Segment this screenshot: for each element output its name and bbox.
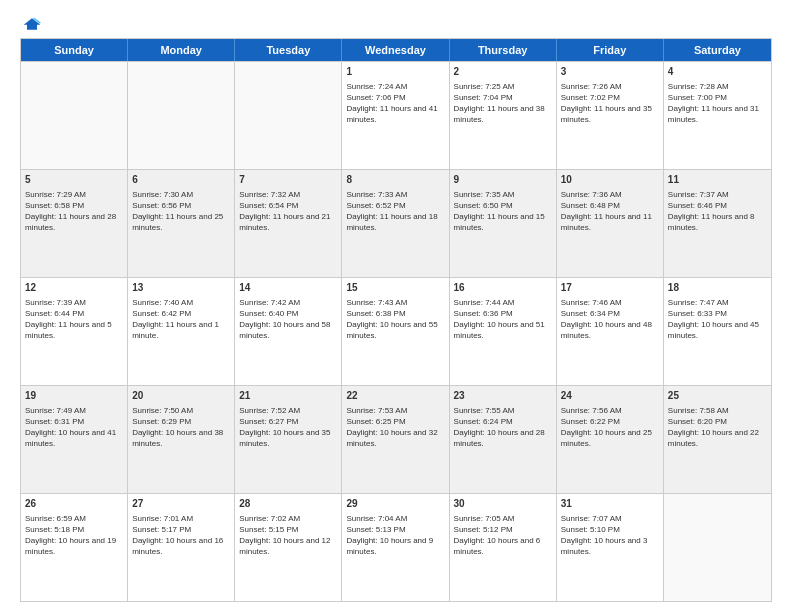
day-cell-7: 7Sunrise: 7:32 AMSunset: 6:54 PMDaylight… bbox=[235, 170, 342, 277]
day-number: 12 bbox=[25, 281, 123, 295]
day-number: 29 bbox=[346, 497, 444, 511]
cell-info: Sunrise: 7:42 AMSunset: 6:40 PMDaylight:… bbox=[239, 297, 337, 342]
empty-cell bbox=[664, 494, 771, 601]
cell-info: Sunrise: 7:50 AMSunset: 6:29 PMDaylight:… bbox=[132, 405, 230, 450]
calendar-week-4: 19Sunrise: 7:49 AMSunset: 6:31 PMDayligh… bbox=[21, 385, 771, 493]
cell-info: Sunrise: 7:32 AMSunset: 6:54 PMDaylight:… bbox=[239, 189, 337, 234]
day-number: 1 bbox=[346, 65, 444, 79]
day-number: 2 bbox=[454, 65, 552, 79]
day-number: 14 bbox=[239, 281, 337, 295]
day-cell-30: 30Sunrise: 7:05 AMSunset: 5:12 PMDayligh… bbox=[450, 494, 557, 601]
empty-cell bbox=[235, 62, 342, 169]
cell-info: Sunrise: 7:30 AMSunset: 6:56 PMDaylight:… bbox=[132, 189, 230, 234]
day-number: 22 bbox=[346, 389, 444, 403]
day-cell-1: 1Sunrise: 7:24 AMSunset: 7:06 PMDaylight… bbox=[342, 62, 449, 169]
day-header-friday: Friday bbox=[557, 39, 664, 61]
calendar-header: SundayMondayTuesdayWednesdayThursdayFrid… bbox=[21, 39, 771, 61]
day-cell-19: 19Sunrise: 7:49 AMSunset: 6:31 PMDayligh… bbox=[21, 386, 128, 493]
day-cell-22: 22Sunrise: 7:53 AMSunset: 6:25 PMDayligh… bbox=[342, 386, 449, 493]
day-cell-5: 5Sunrise: 7:29 AMSunset: 6:58 PMDaylight… bbox=[21, 170, 128, 277]
cell-info: Sunrise: 7:33 AMSunset: 6:52 PMDaylight:… bbox=[346, 189, 444, 234]
day-number: 26 bbox=[25, 497, 123, 511]
calendar-week-3: 12Sunrise: 7:39 AMSunset: 6:44 PMDayligh… bbox=[21, 277, 771, 385]
day-number: 24 bbox=[561, 389, 659, 403]
empty-cell bbox=[128, 62, 235, 169]
cell-info: Sunrise: 7:29 AMSunset: 6:58 PMDaylight:… bbox=[25, 189, 123, 234]
calendar-week-2: 5Sunrise: 7:29 AMSunset: 6:58 PMDaylight… bbox=[21, 169, 771, 277]
day-number: 3 bbox=[561, 65, 659, 79]
day-cell-31: 31Sunrise: 7:07 AMSunset: 5:10 PMDayligh… bbox=[557, 494, 664, 601]
cell-info: Sunrise: 7:44 AMSunset: 6:36 PMDaylight:… bbox=[454, 297, 552, 342]
cell-info: Sunrise: 7:49 AMSunset: 6:31 PMDaylight:… bbox=[25, 405, 123, 450]
day-number: 30 bbox=[454, 497, 552, 511]
day-header-tuesday: Tuesday bbox=[235, 39, 342, 61]
day-number: 8 bbox=[346, 173, 444, 187]
day-number: 28 bbox=[239, 497, 337, 511]
day-cell-16: 16Sunrise: 7:44 AMSunset: 6:36 PMDayligh… bbox=[450, 278, 557, 385]
day-number: 27 bbox=[132, 497, 230, 511]
day-number: 13 bbox=[132, 281, 230, 295]
day-number: 4 bbox=[668, 65, 767, 79]
cell-info: Sunrise: 7:56 AMSunset: 6:22 PMDaylight:… bbox=[561, 405, 659, 450]
cell-info: Sunrise: 7:02 AMSunset: 5:15 PMDaylight:… bbox=[239, 513, 337, 558]
day-header-sunday: Sunday bbox=[21, 39, 128, 61]
day-number: 11 bbox=[668, 173, 767, 187]
cell-info: Sunrise: 7:55 AMSunset: 6:24 PMDaylight:… bbox=[454, 405, 552, 450]
day-cell-20: 20Sunrise: 7:50 AMSunset: 6:29 PMDayligh… bbox=[128, 386, 235, 493]
day-cell-3: 3Sunrise: 7:26 AMSunset: 7:02 PMDaylight… bbox=[557, 62, 664, 169]
day-number: 7 bbox=[239, 173, 337, 187]
cell-info: Sunrise: 7:26 AMSunset: 7:02 PMDaylight:… bbox=[561, 81, 659, 126]
day-header-saturday: Saturday bbox=[664, 39, 771, 61]
cell-info: Sunrise: 7:58 AMSunset: 6:20 PMDaylight:… bbox=[668, 405, 767, 450]
day-number: 15 bbox=[346, 281, 444, 295]
day-cell-23: 23Sunrise: 7:55 AMSunset: 6:24 PMDayligh… bbox=[450, 386, 557, 493]
day-cell-15: 15Sunrise: 7:43 AMSunset: 6:38 PMDayligh… bbox=[342, 278, 449, 385]
day-number: 17 bbox=[561, 281, 659, 295]
logo-icon bbox=[22, 16, 42, 32]
day-number: 21 bbox=[239, 389, 337, 403]
cell-info: Sunrise: 7:52 AMSunset: 6:27 PMDaylight:… bbox=[239, 405, 337, 450]
day-cell-13: 13Sunrise: 7:40 AMSunset: 6:42 PMDayligh… bbox=[128, 278, 235, 385]
day-number: 16 bbox=[454, 281, 552, 295]
day-cell-10: 10Sunrise: 7:36 AMSunset: 6:48 PMDayligh… bbox=[557, 170, 664, 277]
cell-info: Sunrise: 7:07 AMSunset: 5:10 PMDaylight:… bbox=[561, 513, 659, 558]
cell-info: Sunrise: 7:46 AMSunset: 6:34 PMDaylight:… bbox=[561, 297, 659, 342]
day-header-wednesday: Wednesday bbox=[342, 39, 449, 61]
day-number: 31 bbox=[561, 497, 659, 511]
day-cell-4: 4Sunrise: 7:28 AMSunset: 7:00 PMDaylight… bbox=[664, 62, 771, 169]
header bbox=[20, 16, 772, 32]
day-cell-27: 27Sunrise: 7:01 AMSunset: 5:17 PMDayligh… bbox=[128, 494, 235, 601]
cell-info: Sunrise: 7:35 AMSunset: 6:50 PMDaylight:… bbox=[454, 189, 552, 234]
cell-info: Sunrise: 7:40 AMSunset: 6:42 PMDaylight:… bbox=[132, 297, 230, 342]
page: SundayMondayTuesdayWednesdayThursdayFrid… bbox=[0, 0, 792, 612]
day-number: 5 bbox=[25, 173, 123, 187]
cell-info: Sunrise: 7:05 AMSunset: 5:12 PMDaylight:… bbox=[454, 513, 552, 558]
day-header-monday: Monday bbox=[128, 39, 235, 61]
empty-cell bbox=[21, 62, 128, 169]
day-number: 20 bbox=[132, 389, 230, 403]
cell-info: Sunrise: 6:59 AMSunset: 5:18 PMDaylight:… bbox=[25, 513, 123, 558]
day-cell-14: 14Sunrise: 7:42 AMSunset: 6:40 PMDayligh… bbox=[235, 278, 342, 385]
day-number: 10 bbox=[561, 173, 659, 187]
logo bbox=[20, 16, 42, 32]
cell-info: Sunrise: 7:47 AMSunset: 6:33 PMDaylight:… bbox=[668, 297, 767, 342]
day-cell-21: 21Sunrise: 7:52 AMSunset: 6:27 PMDayligh… bbox=[235, 386, 342, 493]
day-cell-11: 11Sunrise: 7:37 AMSunset: 6:46 PMDayligh… bbox=[664, 170, 771, 277]
calendar: SundayMondayTuesdayWednesdayThursdayFrid… bbox=[20, 38, 772, 602]
cell-info: Sunrise: 7:25 AMSunset: 7:04 PMDaylight:… bbox=[454, 81, 552, 126]
day-cell-6: 6Sunrise: 7:30 AMSunset: 6:56 PMDaylight… bbox=[128, 170, 235, 277]
day-number: 23 bbox=[454, 389, 552, 403]
day-cell-8: 8Sunrise: 7:33 AMSunset: 6:52 PMDaylight… bbox=[342, 170, 449, 277]
cell-info: Sunrise: 7:04 AMSunset: 5:13 PMDaylight:… bbox=[346, 513, 444, 558]
day-cell-25: 25Sunrise: 7:58 AMSunset: 6:20 PMDayligh… bbox=[664, 386, 771, 493]
day-cell-17: 17Sunrise: 7:46 AMSunset: 6:34 PMDayligh… bbox=[557, 278, 664, 385]
day-cell-18: 18Sunrise: 7:47 AMSunset: 6:33 PMDayligh… bbox=[664, 278, 771, 385]
day-cell-2: 2Sunrise: 7:25 AMSunset: 7:04 PMDaylight… bbox=[450, 62, 557, 169]
day-cell-24: 24Sunrise: 7:56 AMSunset: 6:22 PMDayligh… bbox=[557, 386, 664, 493]
day-header-thursday: Thursday bbox=[450, 39, 557, 61]
cell-info: Sunrise: 7:43 AMSunset: 6:38 PMDaylight:… bbox=[346, 297, 444, 342]
cell-info: Sunrise: 7:37 AMSunset: 6:46 PMDaylight:… bbox=[668, 189, 767, 234]
day-cell-26: 26Sunrise: 6:59 AMSunset: 5:18 PMDayligh… bbox=[21, 494, 128, 601]
day-cell-9: 9Sunrise: 7:35 AMSunset: 6:50 PMDaylight… bbox=[450, 170, 557, 277]
cell-info: Sunrise: 7:39 AMSunset: 6:44 PMDaylight:… bbox=[25, 297, 123, 342]
